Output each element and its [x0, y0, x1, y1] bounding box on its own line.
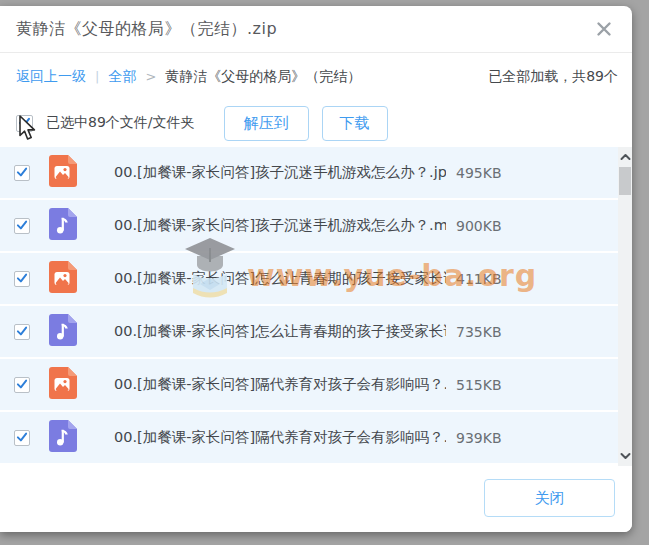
- file-checkbox[interactable]: [14, 430, 30, 446]
- breadcrumb-back-link[interactable]: 返回上一级: [16, 68, 86, 86]
- file-checkbox[interactable]: [14, 324, 30, 340]
- selection-count-label: 已选中89个文件/文件夹: [46, 114, 195, 132]
- extract-to-button[interactable]: 解压到: [224, 106, 309, 141]
- dialog-header: 黄静洁《父母的格局》（完结）.zip: [0, 6, 632, 53]
- close-dialog-button[interactable]: 关闭: [484, 479, 615, 517]
- dialog-title: 黄静洁《父母的格局》（完结）.zip: [16, 19, 277, 40]
- file-name: 00.[加餐课-家长问答]隔代养育对孩子会有影响吗？.mp3: [114, 428, 446, 447]
- scroll-down-icon[interactable]: [618, 448, 632, 464]
- file-row[interactable]: 00.[加餐课-家长问答]孩子沉迷手机游戏怎么办？.jpg495KB: [0, 147, 618, 198]
- image-file-icon: [49, 155, 77, 191]
- file-checkbox[interactable]: [14, 218, 30, 234]
- file-size: 515KB: [456, 377, 502, 393]
- audio-file-icon: [49, 314, 77, 350]
- checkmark-icon: [16, 428, 28, 447]
- file-row[interactable]: 00.[加餐课-家长问答]隔代养育对孩子会有影响吗？.mp3939KB: [0, 412, 618, 463]
- breadcrumb-current: 黄静洁《父母的格局》（完结）: [165, 68, 361, 86]
- select-all-checkbox[interactable]: [16, 115, 33, 132]
- breadcrumb: 返回上一级 | 全部 > 黄静洁《父母的格局》（完结） 已全部加载，共89个: [0, 54, 632, 99]
- dialog-footer: 关闭: [0, 466, 632, 532]
- checkmark-icon: [16, 322, 28, 341]
- file-row[interactable]: 00.[加餐课-家长问答]孩子沉迷手机游戏怎么办？.mp3900KB: [0, 200, 618, 251]
- list-scrollbar[interactable]: [618, 147, 632, 466]
- file-size: 939KB: [456, 430, 502, 446]
- checkmark-icon: [18, 114, 31, 133]
- close-button[interactable]: [592, 17, 616, 41]
- file-name: 00.[加餐课-家长问答]孩子沉迷手机游戏怎么办？.mp3: [114, 216, 446, 235]
- file-name: 00.[加餐课-家长问答]隔代养育对孩子会有影响吗？.jpg: [114, 375, 446, 394]
- file-row[interactable]: 00.[加餐课-家长问答]怎么让青春期的孩子接受家长讲话...411KB: [0, 253, 618, 304]
- breadcrumb-chevron-icon: >: [145, 69, 156, 84]
- file-size: 735KB: [456, 324, 502, 340]
- checkmark-icon: [16, 269, 28, 288]
- file-checkbox[interactable]: [14, 271, 30, 287]
- file-name: 00.[加餐课-家长问答]孩子沉迷手机游戏怎么办？.jpg: [114, 163, 446, 182]
- load-status: 已全部加载，共89个: [488, 68, 618, 86]
- file-size: 900KB: [456, 218, 502, 234]
- close-icon: [596, 21, 612, 37]
- scrollbar-thumb[interactable]: [619, 167, 631, 195]
- file-row[interactable]: 00.[加餐课-家长问答]怎么让青春期的孩子接受家长讲话...735KB: [0, 306, 618, 357]
- file-name: 00.[加餐课-家长问答]怎么让青春期的孩子接受家长讲话...: [114, 322, 446, 341]
- breadcrumb-all-link[interactable]: 全部: [108, 68, 136, 86]
- selection-toolbar: 已选中89个文件/文件夹 解压到 下载: [0, 99, 632, 147]
- checkmark-icon: [16, 163, 28, 182]
- image-file-icon: [49, 261, 77, 297]
- archive-viewer-dialog: 黄静洁《父母的格局》（完结）.zip 返回上一级 | 全部 > 黄静洁《父母的格…: [0, 6, 632, 532]
- file-name: 00.[加餐课-家长问答]怎么让青春期的孩子接受家长讲话...: [114, 269, 446, 288]
- checkmark-icon: [16, 216, 28, 235]
- file-size: 495KB: [456, 165, 502, 181]
- file-checkbox[interactable]: [14, 377, 30, 393]
- audio-file-icon: [49, 208, 77, 244]
- file-checkbox[interactable]: [14, 165, 30, 181]
- download-button[interactable]: 下载: [322, 106, 388, 141]
- file-size: 411KB: [456, 271, 502, 287]
- scroll-up-icon[interactable]: [618, 149, 632, 165]
- file-list: 00.[加餐课-家长问答]孩子沉迷手机游戏怎么办？.jpg495KB00.[加餐…: [0, 147, 618, 466]
- checkmark-icon: [16, 375, 28, 394]
- image-file-icon: [49, 367, 77, 403]
- file-row[interactable]: 00.[加餐课-家长问答]隔代养育对孩子会有影响吗？.jpg515KB: [0, 359, 618, 410]
- breadcrumb-divider: |: [95, 69, 99, 84]
- audio-file-icon: [49, 420, 77, 456]
